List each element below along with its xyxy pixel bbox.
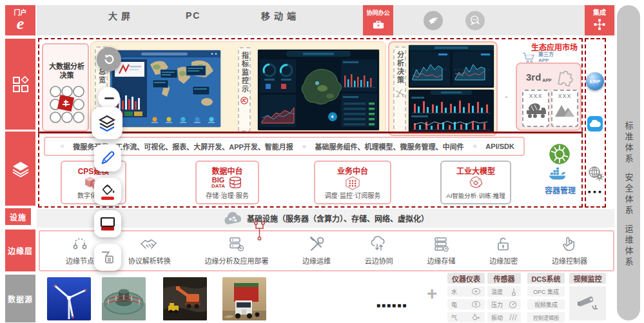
- channel-pc: PC: [186, 0, 200, 30]
- third-card-title: 3rdAPP: [526, 72, 552, 83]
- big-data-db-icon: [228, 176, 243, 190]
- dcs-row-logic: 控制逻辑图: [527, 312, 565, 322]
- eco-market-title: 生态应用市场: [531, 41, 578, 52]
- cctv-camera-icon: [576, 293, 600, 314]
- channel-mobile: 移动端: [261, 0, 300, 30]
- photo-hydro-generator: [102, 277, 146, 320]
- data-platform-card: 数据中台 BIGDATA 存储·治理·服务: [195, 161, 259, 204]
- edge-bar: 边缘节点 协议解析转换 边缘分析及应用部署 边缘运维 云边协同 边缘存储 边缘加…: [39, 230, 614, 271]
- situation-panel: 态势总览 指标监控示: [90, 41, 386, 133]
- dashboard-monitor-screenshot: [258, 50, 379, 130]
- hand-pointer-icon: [561, 236, 578, 253]
- ie-logo-icon: e: [17, 16, 24, 31]
- vibration-icon: [509, 313, 517, 321]
- edge-node-icon: [72, 236, 88, 253]
- cement-truck-icon: [525, 101, 547, 120]
- brush-icon: [100, 150, 115, 166]
- minus-icon: [104, 97, 114, 99]
- xxx-app-box-2: XXX: [551, 90, 578, 127]
- unlock-icon: [495, 236, 512, 253]
- analysis-panel: 分析决策: [388, 41, 498, 136]
- edge-item-node: 边缘节点: [66, 236, 94, 266]
- dcs-row-video: 视频集成: [527, 299, 565, 309]
- cloud-app-icon: [587, 116, 603, 132]
- bigdata-logo-icon: [48, 84, 86, 127]
- indicator-monitor-tag: 指标监控示: [238, 47, 251, 132]
- third-party-app-card: 3rdAPP XXX XXX: [516, 63, 581, 131]
- k8s-icon: [549, 143, 571, 168]
- annotation-collapse-button[interactable]: [98, 87, 120, 109]
- base-services-text: 基础服务组件、机理模型、微服务管理、中间件: [315, 141, 464, 152]
- app-layer-block: [5, 39, 35, 130]
- more-icons-ellipsis: ■ ■ ■: [588, 190, 602, 194]
- annotation-fill-button[interactable]: [94, 178, 121, 205]
- annotation-template-button[interactable]: [94, 244, 121, 271]
- mountains-icon: [554, 101, 576, 119]
- dashboard-analysis-bottom-screenshot: [409, 90, 494, 133]
- dashboard-situation-screenshot: [110, 50, 220, 127]
- security-system-label: 安全体系: [623, 173, 635, 217]
- edge-item-encrypt: 边缘加密: [489, 236, 518, 266]
- puzzle-icon: [554, 66, 576, 88]
- handshake-icon: [140, 236, 159, 253]
- app-grid-icon: [12, 76, 29, 93]
- annotation-layers-button[interactable]: [92, 107, 122, 139]
- edge-item-ops: 边缘运维: [302, 236, 331, 266]
- sensors-header: 传感器: [487, 273, 521, 284]
- photo-wind-turbine: [47, 277, 91, 320]
- system-rail: 标准体系 安全体系 运维体系: [617, 5, 640, 320]
- tools-icon: [308, 236, 325, 253]
- instruments-header: 仪器仪表: [447, 273, 485, 284]
- docker-icon: [547, 166, 569, 184]
- industrial-llm-card: 工业大模型 AI智能分析·训练·推理: [440, 161, 511, 204]
- connector-dash: -: [505, 92, 508, 102]
- ai-brain-icon: [466, 176, 485, 191]
- chat-icon: [465, 11, 485, 30]
- instrument-row-gas: 气: [447, 312, 485, 322]
- collab-office-label: 协同办公: [366, 8, 389, 17]
- globe-gear-icon: [587, 165, 604, 182]
- instrument-row-electric: 电: [447, 299, 485, 309]
- ops-system-label: 运维体系: [623, 224, 635, 268]
- electric-meter-icon: [471, 300, 481, 308]
- annotation-brush-button[interactable]: [94, 144, 121, 171]
- gas-valve-icon: [471, 313, 481, 321]
- sensor-row-pressure: 压力: [487, 299, 521, 309]
- bigdata-title: 大数据分析决策: [46, 63, 88, 81]
- channel-bigscreen: 大屏: [108, 0, 134, 30]
- integration-label: 集成: [593, 7, 606, 17]
- add-source-plus: +: [427, 284, 437, 304]
- dev-monitor-icon: [61, 140, 64, 153]
- datasource-layer-label: 数据源: [5, 275, 35, 322]
- annotation-refresh-button[interactable]: [97, 47, 121, 72]
- video-header: 视频监控: [569, 273, 606, 284]
- erp-icon: ERP: [586, 72, 604, 90]
- platform-layer-block: [5, 132, 35, 206]
- hexagon-services-icon: [343, 176, 362, 190]
- scissors-icon: [395, 88, 404, 97]
- infra-bar: 基础设施（服务器（含算力）、存储、网络、虚拟化）: [37, 209, 614, 228]
- dingtalk-icon: [424, 11, 443, 30]
- camera-box: [569, 286, 606, 320]
- edge-item-controller: 边缘控制器: [552, 236, 587, 266]
- collab-office-block: 协同办公: [363, 5, 393, 35]
- circuit-icon: [252, 220, 268, 241]
- template-copy-icon: [100, 250, 115, 265]
- annotation-screen-button[interactable]: [94, 210, 121, 237]
- edge-layer-label: 边缘层: [5, 230, 35, 271]
- infra-label: 基础设施（服务器（含算力）、存储、网络、虚拟化）: [247, 213, 429, 224]
- bigdata-decision-card: 大数据分析决策: [42, 43, 89, 132]
- dcs-header: DCS系统: [527, 273, 565, 284]
- integration-block: 集成: [585, 5, 614, 35]
- water-meter-icon: [471, 288, 481, 295]
- container-mgmt-label: 容器管理: [541, 184, 580, 195]
- edge-item-protocol: 协议解析转换: [128, 236, 171, 266]
- storage-stack-icon: [433, 236, 450, 253]
- pressure-gauge-icon: [509, 300, 517, 309]
- server-gear-icon: [228, 236, 245, 253]
- facility-layer-label: 设施: [5, 208, 31, 225]
- analysis-decision-tag: 分析决策: [393, 46, 406, 133]
- layers-tool-icon: [98, 115, 116, 132]
- instrument-row-water: 水: [447, 286, 485, 297]
- infra-cloud-icon: [222, 211, 242, 226]
